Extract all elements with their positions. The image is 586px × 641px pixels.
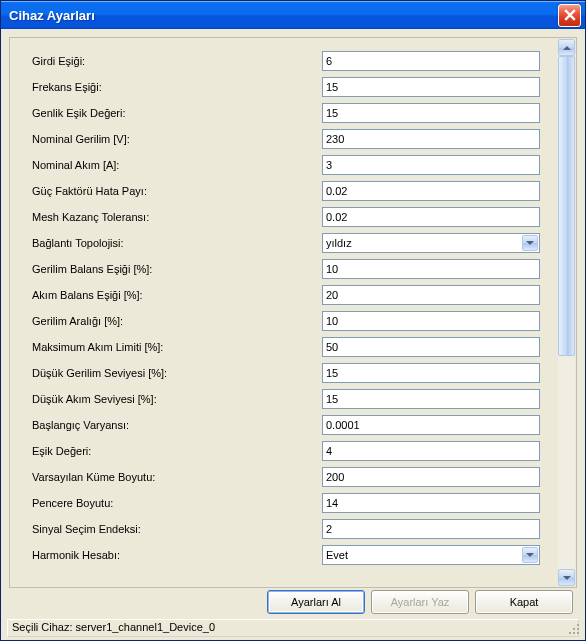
- setting-field: [322, 363, 540, 383]
- close-button[interactable]: [558, 4, 581, 27]
- setting-field: [322, 207, 540, 227]
- setting-field: [322, 415, 540, 435]
- dialog-window: Cihaz Ayarları Girdi Eşiği:Frekans Eşiği…: [0, 0, 586, 641]
- setting-row: Düşük Gerilim Seviyesi [%]:: [32, 360, 540, 386]
- setting-row: Başlangıç Varyansı:: [32, 412, 540, 438]
- setting-field: [322, 311, 540, 331]
- setting-label: Başlangıç Varyansı:: [32, 419, 322, 431]
- client-area: Girdi Eşiği:Frekans Eşiği:Genlik Eşik De…: [1, 29, 585, 640]
- setting-input[interactable]: [322, 311, 540, 331]
- setting-row: Akım Balans Eşiği [%]:: [32, 282, 540, 308]
- chevron-up-icon: [563, 45, 571, 51]
- setting-input[interactable]: [322, 493, 540, 513]
- setting-field: [322, 441, 540, 461]
- settings-panel: Girdi Eşiği:Frekans Eşiği:Genlik Eşik De…: [9, 37, 577, 588]
- setting-row: Girdi Eşiği:: [32, 48, 540, 74]
- setting-label: Bağlantı Topolojisi:: [32, 237, 322, 249]
- setting-label: Düşük Akım Seviyesi [%]:: [32, 393, 322, 405]
- setting-field: [322, 519, 540, 539]
- select-dropdown-button[interactable]: [522, 547, 538, 563]
- setting-field: [322, 155, 540, 175]
- button-row: Ayarları Al Ayarları Yaz Kapat: [267, 590, 573, 614]
- svg-rect-0: [577, 624, 579, 626]
- setting-label: Güç Faktörü Hata Payı:: [32, 185, 322, 197]
- svg-rect-2: [577, 628, 579, 630]
- setting-input[interactable]: [322, 519, 540, 539]
- setting-row: Harmonik Hesabı:Evet: [32, 542, 540, 568]
- setting-row: Eşik Değeri:: [32, 438, 540, 464]
- select-value: yıldız: [326, 237, 352, 249]
- setting-field: [322, 51, 540, 71]
- setting-row: Mesh Kazanç Toleransı:: [32, 204, 540, 230]
- setting-input[interactable]: [322, 77, 540, 97]
- chevron-down-icon: [526, 240, 534, 246]
- setting-row: Gerilim Balans Eşiği [%]:: [32, 256, 540, 282]
- grip-icon: [567, 622, 581, 636]
- setting-field: [322, 285, 540, 305]
- close-dialog-button[interactable]: Kapat: [475, 590, 573, 614]
- setting-input[interactable]: [322, 285, 540, 305]
- setting-input[interactable]: [322, 337, 540, 357]
- title-bar[interactable]: Cihaz Ayarları: [1, 1, 585, 29]
- setting-input[interactable]: [322, 51, 540, 71]
- setting-label: Girdi Eşiği:: [32, 55, 322, 67]
- chevron-down-icon: [526, 552, 534, 558]
- setting-label: Genlik Eşik Değeri:: [32, 107, 322, 119]
- setting-label: Gerilim Aralığı [%]:: [32, 315, 322, 327]
- setting-field: [322, 77, 540, 97]
- scroll-up-button[interactable]: [558, 39, 575, 56]
- setting-row: Maksimum Akım Limiti [%]:: [32, 334, 540, 360]
- setting-label: Akım Balans Eşiği [%]:: [32, 289, 322, 301]
- svg-rect-3: [569, 632, 571, 634]
- resize-grip[interactable]: [567, 622, 581, 636]
- set-settings-button[interactable]: Ayarları Yaz: [371, 590, 469, 614]
- setting-label: Düşük Gerilim Seviyesi [%]:: [32, 367, 322, 379]
- setting-select[interactable]: yıldız: [322, 233, 540, 253]
- svg-rect-5: [577, 632, 579, 634]
- setting-field: yıldız: [322, 233, 540, 253]
- setting-label: Mesh Kazanç Toleransı:: [32, 211, 322, 223]
- setting-row: Nominal Gerilim [V]:: [32, 126, 540, 152]
- setting-input[interactable]: [322, 181, 540, 201]
- close-icon: [564, 9, 576, 21]
- setting-row: Frekans Eşiği:: [32, 74, 540, 100]
- setting-input[interactable]: [322, 103, 540, 123]
- setting-label: Frekans Eşiği:: [32, 81, 322, 93]
- setting-select[interactable]: Evet: [322, 545, 540, 565]
- setting-field: [322, 103, 540, 123]
- status-text: Seçili Cihaz: server1_channel1_Device_0: [7, 619, 579, 637]
- setting-field: [322, 129, 540, 149]
- setting-input[interactable]: [322, 129, 540, 149]
- setting-row: Pencere Boyutu:: [32, 490, 540, 516]
- setting-input[interactable]: [322, 155, 540, 175]
- svg-rect-4: [573, 632, 575, 634]
- scroll-down-button[interactable]: [558, 569, 575, 586]
- setting-label: Maksimum Akım Limiti [%]:: [32, 341, 322, 353]
- setting-input[interactable]: [322, 259, 540, 279]
- setting-field: [322, 467, 540, 487]
- setting-row: Varsayılan Küme Boyutu:: [32, 464, 540, 490]
- setting-input[interactable]: [322, 207, 540, 227]
- setting-input[interactable]: [322, 415, 540, 435]
- select-dropdown-button[interactable]: [522, 235, 538, 251]
- scroll-thumb[interactable]: [558, 56, 575, 356]
- get-settings-button[interactable]: Ayarları Al: [267, 590, 365, 614]
- setting-field: [322, 337, 540, 357]
- setting-input[interactable]: [322, 467, 540, 487]
- setting-field: [322, 181, 540, 201]
- setting-label: Nominal Akım [A]:: [32, 159, 322, 171]
- setting-input[interactable]: [322, 441, 540, 461]
- settings-rows: Girdi Eşiği:Frekans Eşiği:Genlik Eşik De…: [10, 38, 576, 572]
- select-value: Evet: [326, 549, 348, 561]
- setting-field: [322, 389, 540, 409]
- setting-label: Varsayılan Küme Boyutu:: [32, 471, 322, 483]
- setting-label: Pencere Boyutu:: [32, 497, 322, 509]
- setting-row: Güç Faktörü Hata Payı:: [32, 178, 540, 204]
- setting-row: Sinyal Seçim Endeksi:: [32, 516, 540, 542]
- setting-input[interactable]: [322, 363, 540, 383]
- setting-field: [322, 259, 540, 279]
- svg-rect-1: [573, 628, 575, 630]
- vertical-scrollbar[interactable]: [557, 39, 575, 586]
- setting-input[interactable]: [322, 389, 540, 409]
- setting-label: Eşik Değeri:: [32, 445, 322, 457]
